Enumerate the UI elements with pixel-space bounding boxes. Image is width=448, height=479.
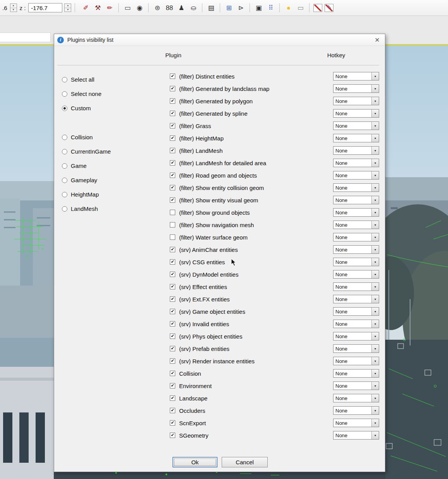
marquee-select-icon[interactable]: ▭: [123, 3, 132, 13]
hotkey-dropdown[interactable]: None ▼: [333, 394, 379, 402]
radio-option[interactable]: Gameplay: [62, 173, 111, 187]
plugin-checkbox[interactable]: ✔: [170, 86, 175, 91]
z-coordinate-input[interactable]: -176.7: [28, 3, 62, 12]
plugin-checkbox[interactable]: ✔: [170, 135, 175, 141]
radio-option[interactable]: Collision: [62, 130, 111, 144]
dropdown-arrow-icon[interactable]: ▼: [371, 122, 379, 130]
plugin-checkbox[interactable]: ✔: [170, 321, 175, 327]
spray-crossed-icon[interactable]: ✏: [105, 3, 115, 13]
hotkey-dropdown[interactable]: None ▼: [333, 72, 379, 80]
radio-button[interactable]: [62, 192, 67, 197]
hotkey-dropdown[interactable]: None ▼: [333, 419, 379, 427]
z-spinner[interactable]: ▲▼: [64, 3, 71, 12]
radio-option[interactable]: Select none: [62, 87, 101, 101]
no-render-icon[interactable]: [313, 4, 322, 12]
plugin-checkbox[interactable]: ✔: [170, 210, 175, 215]
dropdown-arrow-icon[interactable]: ▼: [371, 419, 379, 427]
radio-option[interactable]: LandMesh: [62, 202, 111, 216]
spinner-down-icon[interactable]: ▼: [65, 8, 71, 12]
dropdown-arrow-icon[interactable]: ▼: [371, 320, 379, 328]
spinner-up-icon[interactable]: ▲: [65, 4, 71, 8]
sun-icon[interactable]: ●: [284, 3, 293, 13]
plugin-checkbox[interactable]: ✔: [170, 371, 175, 376]
plugin-checkbox[interactable]: ✔: [170, 383, 175, 388]
hotkey-dropdown[interactable]: None ▼: [333, 245, 379, 254]
dropdown-arrow-icon[interactable]: ▼: [371, 394, 379, 402]
plugin-checkbox[interactable]: ✔: [170, 259, 175, 265]
dropdown-arrow-icon[interactable]: ▼: [371, 196, 379, 204]
dropdown-arrow-icon[interactable]: ▼: [371, 147, 379, 154]
ok-button[interactable]: Ok: [173, 457, 217, 467]
dropdown-arrow-icon[interactable]: ▼: [371, 332, 379, 340]
spinner-down-icon[interactable]: ▼: [10, 8, 17, 12]
radio-option[interactable]: Select all: [62, 72, 101, 87]
radio-button[interactable]: [62, 91, 67, 97]
dialog-title-bar[interactable]: i Plugins visibility list ✕: [54, 34, 385, 46]
plugin-checkbox[interactable]: ✔: [170, 433, 175, 438]
dropdown-arrow-icon[interactable]: ▼: [371, 184, 379, 192]
grid-icon[interactable]: ⊞: [224, 3, 234, 13]
hotkey-dropdown[interactable]: None ▼: [333, 270, 379, 279]
radio-button[interactable]: [62, 149, 67, 154]
hotkey-dropdown[interactable]: None ▼: [333, 307, 379, 316]
plugin-checkbox[interactable]: ✔: [170, 272, 175, 277]
eye-icon[interactable]: ◉: [135, 3, 144, 13]
hotkey-dropdown[interactable]: None ▼: [333, 208, 379, 217]
plugin-checkbox[interactable]: ✔: [170, 74, 175, 79]
dropdown-arrow-icon[interactable]: ▼: [371, 431, 379, 439]
hotkey-dropdown[interactable]: None ▼: [333, 146, 379, 155]
dropdown-arrow-icon[interactable]: ▼: [371, 382, 379, 390]
radio-option[interactable]: Custom: [62, 101, 101, 115]
radio-button[interactable]: [62, 135, 67, 140]
hotkey-dropdown[interactable]: None ▼: [333, 332, 379, 340]
spray-dark-icon[interactable]: ⚒: [93, 3, 103, 13]
hotkey-dropdown[interactable]: None ▼: [333, 258, 379, 266]
play-mode-icon[interactable]: ⊳: [236, 3, 246, 13]
radio-button[interactable]: [62, 106, 67, 111]
radio-button[interactable]: [62, 163, 67, 169]
plugin-checkbox[interactable]: ✔: [170, 395, 175, 401]
hotkey-dropdown[interactable]: None ▼: [333, 381, 379, 390]
hotkey-dropdown[interactable]: None ▼: [333, 221, 379, 229]
plugin-checkbox[interactable]: ✔: [170, 197, 175, 203]
dropdown-arrow-icon[interactable]: ▼: [371, 171, 379, 179]
hydrant-icon[interactable]: ♟: [176, 3, 186, 13]
dropdown-arrow-icon[interactable]: ▼: [371, 246, 379, 253]
hotkey-dropdown[interactable]: None ▼: [333, 369, 379, 378]
visibility-sphere-icon[interactable]: ⊛: [152, 3, 162, 13]
hotkey-dropdown[interactable]: None ▼: [333, 357, 379, 365]
spinner-up-icon[interactable]: ▲: [10, 4, 17, 8]
dropdown-arrow-icon[interactable]: ▼: [371, 109, 379, 117]
plugin-checkbox[interactable]: ✔: [170, 408, 175, 413]
plugin-checkbox[interactable]: ✔: [170, 296, 175, 302]
hotkey-dropdown[interactable]: None ▼: [333, 344, 379, 353]
plugin-checkbox[interactable]: ✔: [170, 160, 175, 166]
dropdown-arrow-icon[interactable]: ▼: [371, 258, 379, 266]
radio-option[interactable]: CurrentInGame: [62, 144, 111, 159]
dropdown-arrow-icon[interactable]: ▼: [371, 357, 379, 365]
stats-icon[interactable]: ▤: [206, 3, 216, 13]
plugin-checkbox[interactable]: ✔: [170, 173, 175, 178]
hotkey-dropdown[interactable]: None ▼: [333, 320, 379, 328]
dropdown-arrow-icon[interactable]: ▼: [371, 209, 379, 216]
dropdown-arrow-icon[interactable]: ▼: [371, 407, 379, 414]
dropdown-arrow-icon[interactable]: ▼: [371, 345, 379, 352]
cancel-button[interactable]: Cancel: [222, 457, 268, 467]
dropdown-arrow-icon[interactable]: ▼: [371, 283, 379, 291]
entities-pair-icon[interactable]: 88: [164, 3, 174, 13]
panel-icon[interactable]: ▭: [296, 3, 305, 13]
dropdown-arrow-icon[interactable]: ▼: [371, 270, 379, 278]
plugin-checkbox[interactable]: ✔: [170, 346, 175, 351]
plugin-checkbox[interactable]: ✔: [170, 123, 175, 128]
plugin-checkbox[interactable]: ✔: [170, 98, 175, 104]
hotkey-dropdown[interactable]: None ▼: [333, 282, 379, 291]
hotkey-dropdown[interactable]: None ▼: [333, 406, 379, 415]
dropdown-arrow-icon[interactable]: ▼: [371, 233, 379, 241]
hotkey-dropdown[interactable]: None ▼: [333, 134, 379, 142]
hotkey-dropdown[interactable]: None ▼: [333, 196, 379, 204]
hotkey-dropdown[interactable]: None ▼: [333, 159, 379, 167]
hotkey-dropdown[interactable]: None ▼: [333, 295, 379, 303]
hotkey-dropdown[interactable]: None ▼: [333, 171, 379, 180]
dropdown-arrow-icon[interactable]: ▼: [371, 85, 379, 92]
dropdown-arrow-icon[interactable]: ▼: [371, 308, 379, 315]
